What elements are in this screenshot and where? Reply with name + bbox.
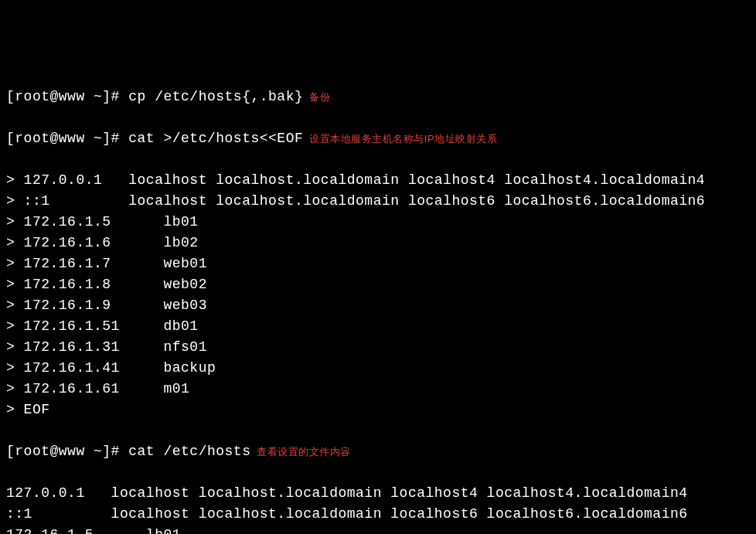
prompt: [root@www ~]# [6,89,128,104]
command-text: cat /etc/hosts [128,444,250,459]
prompt: [root@www ~]# [6,131,128,146]
heredoc-line: > ::1 localhost localhost.localdomain lo… [6,191,750,212]
output-line: ::1 localhost localhost.localdomain loca… [6,504,750,525]
heredoc-line: > 172.16.1.31 nfs01 [6,337,750,358]
heredoc-block: > 127.0.0.1 localhost localhost.localdom… [6,170,750,420]
annotation-1: 备份 [309,91,330,103]
command-text: cat >/etc/hosts<<EOF [128,131,303,146]
cmd-line-1: [root@www ~]# cp /etc/hosts{,.bak}备份 [6,87,750,107]
annotation-2: 设置本地服务主机名称与IP地址映射关系 [309,133,497,145]
heredoc-line: > 172.16.1.6 lb02 [6,233,750,253]
heredoc-line: > 172.16.1.7 web01 [6,253,750,274]
prompt: [root@www ~]# [6,444,128,459]
heredoc-line: > 127.0.0.1 localhost localhost.localdom… [6,170,750,191]
cmd-line-3: [root@www ~]# cat /etc/hosts查看设置的文件内容 [6,441,750,462]
heredoc-line: > 172.16.1.51 db01 [6,316,750,337]
heredoc-line: > 172.16.1.61 m01 [6,379,750,400]
annotation-3: 查看设置的文件内容 [257,446,351,457]
heredoc-line: > 172.16.1.9 web03 [6,295,750,316]
heredoc-line: > 172.16.1.5 lb01 [6,212,750,233]
output-block: 127.0.0.1 localhost localhost.localdomai… [6,483,750,534]
heredoc-line: > 172.16.1.8 web02 [6,274,750,295]
heredoc-line: > EOF [6,400,750,420]
command-text: cp /etc/hosts{,.bak} [128,89,303,104]
heredoc-line: > 172.16.1.41 backup [6,358,750,379]
output-line: 172.16.1.5 lb01 [6,525,750,534]
cmd-line-2: [root@www ~]# cat >/etc/hosts<<EOF设置本地服务… [6,128,750,149]
output-line: 127.0.0.1 localhost localhost.localdomai… [6,483,750,504]
